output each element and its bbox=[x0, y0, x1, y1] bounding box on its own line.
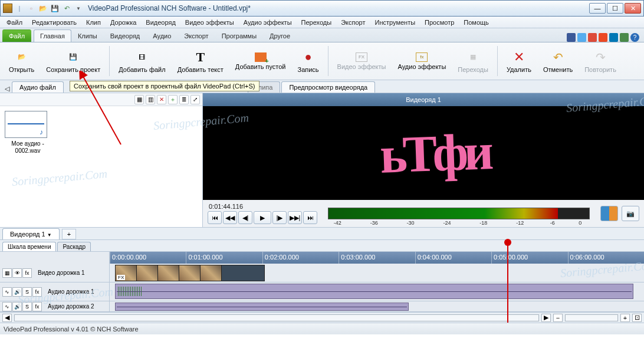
ribbon-tab-file[interactable]: Файл bbox=[2, 29, 31, 42]
add-blank-button[interactable]: +Добавить пустой bbox=[230, 44, 291, 78]
zoom-out-button[interactable]: − bbox=[553, 314, 563, 322]
maximize-button[interactable]: ☐ bbox=[607, 3, 623, 14]
add-text-button[interactable]: TДобавить текст bbox=[172, 44, 229, 78]
add-sequence-button[interactable]: + bbox=[62, 229, 76, 239]
track-fx-icon[interactable]: fx bbox=[32, 302, 42, 311]
bin-list-icon[interactable]: ≣ bbox=[179, 95, 189, 104]
menu-tools[interactable]: Инструменты bbox=[371, 18, 420, 27]
preview-tab-sequence[interactable]: Предпросмотр видеоряда bbox=[281, 81, 375, 93]
video-fx-button[interactable]: FXВидео эффекты bbox=[332, 44, 392, 78]
play-button[interactable]: ▶ bbox=[254, 211, 271, 224]
zoom-in-button[interactable]: + bbox=[620, 314, 630, 322]
bin-add-icon[interactable]: ＋ bbox=[168, 95, 178, 104]
scroll-right-button[interactable]: ▶ bbox=[541, 314, 551, 322]
timeline-ruler[interactable]: 0:00:00.000 0:01:00.000 0:02:00.000 0:03… bbox=[110, 252, 644, 264]
bin-delete-icon[interactable]: ✕ bbox=[157, 95, 166, 104]
save-project-button[interactable]: 💾Сохранить проект bbox=[41, 44, 106, 78]
bin-tab-audio[interactable]: Аудио файл bbox=[12, 81, 64, 93]
transitions-button[interactable]: ▦Переходы bbox=[452, 44, 494, 78]
ribbon-tab-home[interactable]: Главная bbox=[34, 29, 71, 42]
menu-file[interactable]: Файл bbox=[2, 18, 27, 27]
stumble-icon[interactable] bbox=[599, 33, 607, 42]
ribbon-tab-programs[interactable]: Программы bbox=[215, 29, 263, 42]
open-icon[interactable]: 📂 bbox=[38, 4, 48, 13]
menu-export[interactable]: Экспорт bbox=[337, 18, 369, 27]
bin-sort-icon[interactable]: ⤢ bbox=[190, 95, 200, 104]
bin-tool-2[interactable]: ▥ bbox=[146, 95, 155, 104]
ribbon-tab-clips[interactable]: Клипы bbox=[71, 29, 104, 42]
audio-lane-2[interactable] bbox=[110, 301, 644, 311]
menu-track[interactable]: Дорожка bbox=[106, 18, 140, 27]
menu-audiofx[interactable]: Аудио эффекты bbox=[239, 18, 296, 27]
undo-icon: ↶ bbox=[550, 50, 566, 65]
snapshot-icon[interactable]: 📷 bbox=[622, 206, 639, 221]
audio-clip-1[interactable] bbox=[115, 284, 633, 299]
ribbon-tab-audio[interactable]: Аудио bbox=[146, 29, 178, 42]
facebook-icon[interactable] bbox=[567, 33, 576, 42]
track-wave-icon[interactable]: ∿ bbox=[2, 302, 12, 311]
track-wave-icon[interactable]: ∿ bbox=[2, 287, 12, 297]
video-clip[interactable]: FX bbox=[115, 265, 265, 281]
bin-tool-1[interactable]: ▦ bbox=[134, 95, 144, 104]
open-button[interactable]: 📂Открыть bbox=[4, 44, 40, 78]
close-button[interactable]: ✕ bbox=[625, 3, 641, 14]
video-lane[interactable]: FX bbox=[110, 264, 644, 282]
menu-clip[interactable]: Клип bbox=[82, 18, 105, 27]
track-speaker-icon[interactable]: 🔊 bbox=[12, 287, 22, 297]
track-solo-icon[interactable]: S bbox=[22, 302, 32, 311]
ribbon-tab-other[interactable]: Другое bbox=[263, 29, 297, 42]
audio-lane-1[interactable] bbox=[110, 282, 644, 301]
menubar: Файл Редактировать Клип Дорожка Видеоряд… bbox=[0, 17, 644, 28]
timeline-mode-storyboard[interactable]: Раскадр bbox=[57, 242, 90, 251]
playhead[interactable] bbox=[507, 240, 508, 323]
zoom-fit-button[interactable]: ⊡ bbox=[632, 314, 642, 322]
add-file-button[interactable]: 🎞Добавить файл bbox=[113, 44, 170, 78]
tab-scroll-left[interactable]: ◁ bbox=[2, 85, 12, 93]
delete-button[interactable]: ✕Удалить bbox=[501, 44, 537, 78]
timeline-mode-timeline[interactable]: Шкала времени bbox=[2, 242, 56, 251]
track-fx-icon[interactable]: fx bbox=[22, 268, 32, 278]
h-scrollbar[interactable] bbox=[14, 314, 539, 321]
goto-end-button[interactable]: ⏭ bbox=[303, 211, 317, 224]
qat-dropdown-icon[interactable]: ▼ bbox=[74, 4, 83, 13]
share-icon[interactable] bbox=[620, 33, 629, 42]
menu-videofx[interactable]: Видео эффекты bbox=[181, 18, 238, 27]
prev-frame-button[interactable]: ◀◀ bbox=[223, 211, 237, 224]
ribbon-tab-export[interactable]: Экспорт bbox=[178, 29, 215, 42]
menu-transitions[interactable]: Переходы bbox=[297, 18, 336, 27]
step-back-button[interactable]: ◀| bbox=[238, 211, 252, 224]
audio-clip-2[interactable] bbox=[115, 303, 409, 311]
track-solo-icon[interactable]: S bbox=[22, 287, 32, 297]
scroll-left-button[interactable]: ◀ bbox=[2, 314, 12, 322]
redo-button[interactable]: ↷Повторить bbox=[579, 44, 622, 78]
linkedin-icon[interactable] bbox=[609, 33, 618, 42]
menu-sequence[interactable]: Видеоряд bbox=[142, 18, 180, 27]
zoom-slider[interactable] bbox=[565, 314, 618, 321]
audio-fx-button[interactable]: fxАудио эффекты bbox=[393, 44, 452, 78]
track-fx-icon[interactable]: fx bbox=[32, 287, 42, 297]
folder-icon: 📂 bbox=[14, 50, 29, 65]
menu-view[interactable]: Просмотр bbox=[420, 18, 458, 27]
ribbon-tab-sequence[interactable]: Видеоряд bbox=[104, 29, 147, 42]
twitter-icon[interactable] bbox=[577, 33, 586, 42]
next-frame-button[interactable]: ▶▶| bbox=[288, 211, 302, 224]
minimize-button[interactable]: — bbox=[589, 3, 606, 14]
new-icon[interactable]: ▫ bbox=[27, 4, 36, 13]
track-film-icon[interactable]: ▦ bbox=[2, 268, 12, 278]
save-icon[interactable]: 💾 bbox=[50, 4, 60, 13]
menu-edit[interactable]: Редактировать bbox=[28, 18, 81, 27]
undo-button[interactable]: ↶Отменить bbox=[538, 44, 578, 78]
undo-icon[interactable]: ↶ bbox=[62, 4, 71, 13]
record-button[interactable]: ●Запись bbox=[293, 44, 324, 78]
menu-help[interactable]: Помощь bbox=[459, 18, 493, 27]
google-icon[interactable] bbox=[588, 33, 597, 42]
help-icon[interactable]: ? bbox=[630, 33, 639, 42]
clip-thumbnail[interactable]: Мое аудио - 0002.wav bbox=[5, 111, 51, 155]
goto-start-button[interactable]: ⏮ bbox=[208, 211, 222, 224]
preview-viewport[interactable]: ьТфи bbox=[203, 106, 644, 200]
step-fwd-button[interactable]: |▶ bbox=[272, 211, 287, 224]
sequence-tab-1[interactable]: Видеоряд 1 ▼ bbox=[2, 228, 60, 239]
track-speaker-icon[interactable]: 🔊 bbox=[12, 302, 22, 311]
track-eye-icon[interactable]: 👁 bbox=[12, 268, 22, 278]
split-preview-icon[interactable] bbox=[600, 206, 618, 221]
